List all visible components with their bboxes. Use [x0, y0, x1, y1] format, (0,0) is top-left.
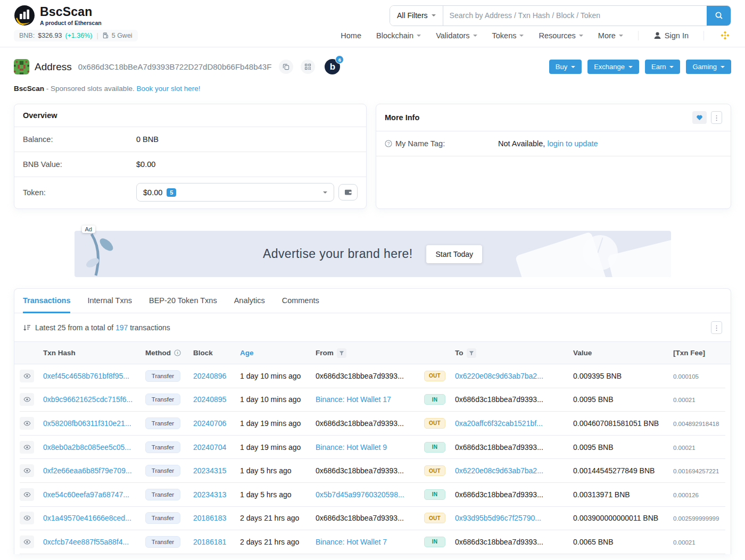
- balance-label: Balance:: [23, 135, 136, 144]
- txn-hash-link[interactable]: 0xe54c60eefa97a68747...: [43, 490, 129, 499]
- overview-title: Overview: [23, 111, 57, 120]
- from-address[interactable]: 0x5b7d45a99760320598...: [316, 490, 404, 499]
- from-address[interactable]: Binance: Hot Wallet 17: [316, 395, 391, 404]
- tab-internal-txns[interactable]: Internal Txns: [87, 296, 132, 313]
- search-icon: [715, 11, 723, 20]
- token-label: Token:: [23, 188, 136, 197]
- login-to-update-link[interactable]: login to update: [547, 139, 598, 148]
- total-transactions-link[interactable]: 197: [115, 323, 128, 332]
- nav-item-home[interactable]: Home: [341, 31, 361, 40]
- age-text: 1 day 5 hrs ago: [240, 466, 292, 475]
- value-text: 0.0065 BNB: [573, 538, 614, 546]
- nav-item-validators[interactable]: Validators: [436, 31, 477, 40]
- eye-button[interactable]: [20, 393, 34, 406]
- eye-button[interactable]: [20, 488, 34, 501]
- to-address[interactable]: 0x6220e08c9d63ab7ba2...: [455, 466, 543, 475]
- address-value: 0x686d3C18bBeA7d9393B722D27dD80b66Fb48b4…: [78, 62, 272, 71]
- table-options-button[interactable]: ⋮: [711, 321, 722, 334]
- wallet-button[interactable]: [338, 184, 358, 200]
- nav-item-blockchain[interactable]: Blockchain: [376, 31, 421, 40]
- gaming-button[interactable]: Gaming: [686, 60, 731, 74]
- eye-icon: [23, 491, 31, 498]
- block-link[interactable]: 20186183: [193, 514, 226, 522]
- favorite-button[interactable]: [692, 111, 707, 124]
- transactions-summary: Latest 25 from a total of 197 transactio…: [14, 313, 731, 341]
- eye-button[interactable]: [20, 370, 34, 382]
- col-age[interactable]: Age: [240, 349, 316, 357]
- table-row: 0xcfcb74ee887f55a88f4...Transfer20186181…: [20, 530, 725, 554]
- eye-button[interactable]: [20, 512, 34, 524]
- book-slot-link[interactable]: Book your slot here!: [136, 85, 200, 93]
- search-button[interactable]: [707, 6, 731, 26]
- tab-comments[interactable]: Comments: [282, 296, 319, 313]
- to-address[interactable]: 0x6220e08c9d63ab7ba2...: [455, 372, 543, 380]
- block-link[interactable]: 20240895: [193, 395, 226, 404]
- from-address[interactable]: Binance: Hot Wallet 9: [316, 443, 387, 452]
- nav-item-tokens[interactable]: Tokens: [492, 31, 524, 40]
- txn-hash-link[interactable]: 0xb9c96621625cdc715f6...: [43, 395, 133, 404]
- buy-button[interactable]: Buy: [549, 60, 582, 74]
- block-link[interactable]: 20234313: [193, 490, 226, 499]
- table-body: 0xef45c4658b761bf8f95...Transfer20240896…: [20, 364, 725, 554]
- blockscan-chat-badge[interactable]: b 6: [325, 59, 340, 74]
- txn-hash-link[interactable]: 0xef45c4658b761bf8f95...: [43, 372, 129, 380]
- block-link[interactable]: 20240704: [193, 443, 226, 452]
- bscscan-logo[interactable]: BscScan A product of Etherscan: [14, 5, 102, 26]
- eye-button[interactable]: [20, 417, 34, 430]
- block-link[interactable]: 20240706: [193, 419, 226, 428]
- token-dropdown[interactable]: $0.00 5: [136, 183, 334, 202]
- block-link[interactable]: 20186181: [193, 538, 226, 546]
- search-input[interactable]: [443, 6, 707, 26]
- from-address[interactable]: Binance: Hot Wallet 7: [316, 538, 387, 546]
- more-info-card: More Info ⋮ ? My Name Tag:: [376, 104, 731, 209]
- tab-transactions[interactable]: Transactions: [23, 296, 70, 313]
- eye-icon: [23, 396, 31, 403]
- filter-from-button[interactable]: [337, 348, 346, 358]
- nav-item-more[interactable]: More: [598, 31, 623, 40]
- binance-icon[interactable]: [719, 29, 731, 41]
- txn-hash-link[interactable]: 0x58208fb06311f310e21...: [43, 419, 131, 428]
- method-badge: Transfer: [145, 417, 180, 429]
- eye-icon: [23, 372, 31, 380]
- address-action-buttons: Buy Exchange Earn Gaming: [549, 60, 731, 74]
- txn-fee-text: 0.004892918418: [673, 421, 719, 427]
- chevron-down-icon: [628, 66, 633, 68]
- txn-hash-link[interactable]: 0xf2e66eaa6b85f79e709...: [43, 466, 132, 475]
- exchange-button[interactable]: Exchange: [587, 60, 639, 74]
- ad-content[interactable]: Advertise your brand here! Start Today: [74, 231, 671, 277]
- chevron-down-icon: [432, 14, 436, 16]
- tab-bep20-token-txns[interactable]: BEP-20 Token Txns: [149, 296, 217, 313]
- copy-address-button[interactable]: [279, 60, 293, 74]
- nav-item-resources[interactable]: Resources: [539, 31, 583, 40]
- address-header: Address 0x686d3C18bBeA7d9393B722D27dD80b…: [0, 47, 745, 74]
- col-value: Value: [573, 349, 673, 357]
- search-filter-dropdown[interactable]: All Filters: [390, 6, 443, 26]
- eye-button[interactable]: [20, 441, 34, 454]
- to-address[interactable]: 0x93d95b5d96c7f25790...: [455, 514, 541, 522]
- ticker-separator: |: [95, 32, 99, 39]
- filter-to-button[interactable]: [467, 348, 476, 358]
- txn-hash-link[interactable]: 0xcfcb74ee887f55a88f4...: [43, 538, 129, 546]
- method-badge: Transfer: [145, 536, 180, 548]
- block-link[interactable]: 20234315: [193, 466, 226, 475]
- txn-hash-link[interactable]: 0x1a49570e41666e8ced...: [43, 514, 131, 522]
- to-address: 0x686d3c18bbea7d9393...: [455, 490, 543, 499]
- eye-button[interactable]: [20, 464, 34, 477]
- ad-tag: Ad: [82, 225, 95, 233]
- more-options-button[interactable]: ⋮: [711, 111, 722, 124]
- txn-hash-link[interactable]: 0x8eb0a2b8c085ee5c05...: [43, 443, 131, 452]
- sign-in-button[interactable]: Sign In: [653, 31, 689, 40]
- to-address[interactable]: 0xa20affc6f32cab1521bf...: [455, 419, 543, 428]
- earn-button[interactable]: Earn: [645, 60, 680, 74]
- main-nav: Home Blockchain Validators Tokens Resour…: [341, 29, 731, 41]
- gas-pump-icon: [103, 32, 109, 39]
- qr-code-button[interactable]: [301, 60, 315, 74]
- value-text: 0.009395 BNB: [573, 372, 622, 380]
- block-link[interactable]: 20240896: [193, 372, 226, 380]
- tab-analytics[interactable]: Analytics: [234, 296, 265, 313]
- chevron-down-icon: [669, 66, 674, 68]
- ad-cta-button[interactable]: Start Today: [426, 245, 482, 263]
- page-title: Address: [35, 61, 72, 73]
- eye-button[interactable]: [20, 536, 34, 548]
- sponsored-text: - Sponsored slots available.: [44, 85, 136, 93]
